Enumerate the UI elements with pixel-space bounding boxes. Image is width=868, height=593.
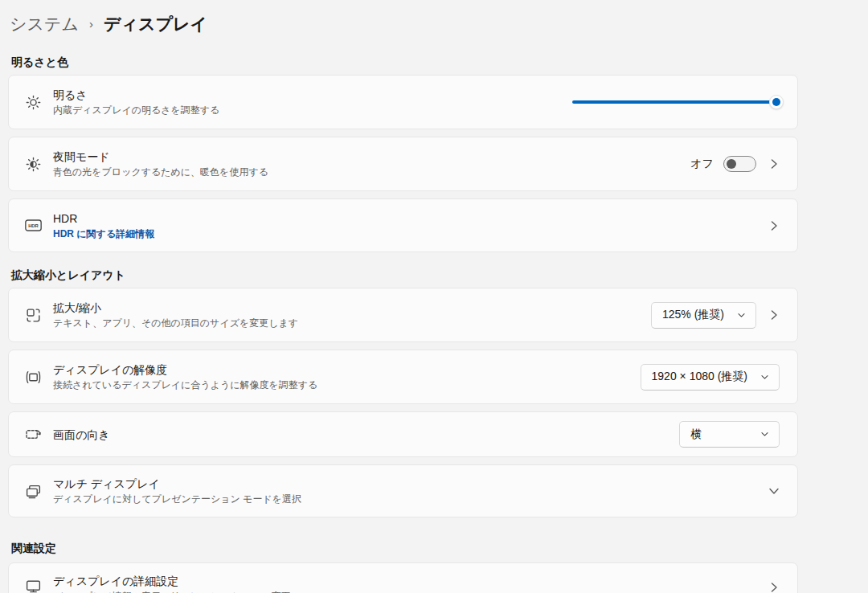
orientation-title: 画面の向き — [53, 427, 679, 442]
night-light-subtitle: 青色の光をブロックするために、暖色を使用する — [53, 166, 690, 178]
scale-dropdown-value: 125% (推奨) — [662, 308, 724, 322]
row-right — [768, 220, 780, 231]
row-advanced-display[interactable]: ディスプレイの詳細設定 ディスプレイ情報の表示、リフレッシュ レートの変更 — [8, 562, 798, 593]
hdr-badge-icon: HDR — [25, 217, 42, 234]
multi-display-icon — [25, 483, 42, 500]
row-multiple-displays[interactable]: マルチ ディスプレイ ディスプレイに対してプレゼンテーション モードを選択 — [8, 464, 798, 517]
row-text: 拡大/縮小 テキスト、アプリ、その他の項目のサイズを変更します — [53, 301, 651, 329]
chevron-down-icon — [760, 430, 769, 439]
hdr-learn-more-link[interactable]: HDR に関する詳細情報 — [53, 228, 768, 240]
chevron-down-expander-icon[interactable] — [768, 485, 780, 497]
night-light-toggle-state-label: オフ — [690, 157, 714, 171]
chevron-down-icon — [760, 373, 769, 382]
night-light-icon — [25, 156, 42, 173]
row-right — [768, 582, 780, 593]
brightness-title: 明るさ — [53, 88, 572, 102]
row-right — [572, 94, 780, 110]
chevron-right-icon — [768, 582, 780, 593]
slider-track — [572, 100, 780, 104]
breadcrumb: システム › ディスプレイ — [10, 11, 798, 37]
resolution-subtitle: 接続されているディスプレイに合うように解像度を調整する — [53, 379, 641, 391]
orientation-dropdown-value: 横 — [690, 427, 702, 442]
row-right: 横 — [679, 421, 780, 448]
row-orientation: 画面の向き 横 — [8, 411, 798, 457]
row-hdr[interactable]: HDR HDR HDR に関する詳細情報 — [8, 198, 798, 252]
section-header-related-settings: 関連設定 — [11, 542, 798, 554]
orientation-icon — [25, 426, 42, 443]
row-scale[interactable]: 拡大/縮小 テキスト、アプリ、その他の項目のサイズを変更します 125% (推奨… — [8, 288, 798, 342]
row-right: 1920 × 1080 (推奨) — [641, 364, 780, 391]
chevron-right-icon — [768, 220, 780, 231]
section-header-brightness-color: 明るさと色 — [11, 56, 798, 68]
row-text: 画面の向き — [53, 427, 679, 442]
scale-subtitle: テキスト、アプリ、その他の項目のサイズを変更します — [53, 317, 651, 329]
chevron-right-icon — [768, 158, 780, 170]
page-title: ディスプレイ — [104, 13, 207, 35]
section-header-scale-layout: 拡大縮小とレイアウト — [11, 269, 798, 281]
toggle-knob — [727, 159, 736, 169]
row-text: 夜間モード 青色の光をブロックするために、暖色を使用する — [53, 149, 690, 178]
settings-display-page: システム › ディスプレイ 明るさと色 明るさ 内蔵ディスプレイの明るさを調整す… — [0, 0, 798, 593]
svg-text:HDR: HDR — [28, 223, 39, 228]
row-right: 125% (推奨) — [651, 302, 780, 329]
resolution-dropdown[interactable]: 1920 × 1080 (推奨) — [641, 364, 780, 391]
row-text: 明るさ 内蔵ディスプレイの明るさを調整する — [53, 88, 572, 117]
scale-dropdown[interactable]: 125% (推奨) — [651, 302, 756, 329]
chevron-down-icon — [737, 311, 746, 320]
resolution-dropdown-value: 1920 × 1080 (推奨) — [652, 370, 747, 384]
multiple-displays-subtitle: ディスプレイに対してプレゼンテーション モードを選択 — [53, 493, 768, 505]
breadcrumb-system-link[interactable]: システム — [10, 13, 79, 35]
breadcrumb-separator-icon: › — [89, 17, 93, 31]
slider-knob[interactable] — [769, 95, 784, 109]
row-night-light[interactable]: 夜間モード 青色の光をブロックするために、暖色を使用する オフ — [8, 137, 798, 191]
row-text: ディスプレイの解像度 接続されているディスプレイに合うように解像度を調整する — [53, 362, 641, 391]
row-text: マルチ ディスプレイ ディスプレイに対してプレゼンテーション モードを選択 — [53, 476, 768, 505]
advanced-display-title: ディスプレイの詳細設定 — [53, 574, 768, 588]
row-resolution: ディスプレイの解像度 接続されているディスプレイに合うように解像度を調整する 1… — [8, 350, 798, 404]
scale-title: 拡大/縮小 — [53, 301, 651, 315]
row-text: HDR HDR に関する詳細情報 — [53, 211, 768, 240]
resolution-title: ディスプレイの解像度 — [53, 362, 641, 377]
scale-icon — [25, 307, 42, 324]
chevron-right-icon — [768, 309, 780, 321]
brightness-subtitle: 内蔵ディスプレイの明るさを調整する — [53, 104, 572, 117]
resolution-icon — [25, 369, 42, 386]
night-light-toggle[interactable] — [723, 156, 756, 172]
brightness-sun-icon — [25, 94, 42, 111]
brightness-slider[interactable] — [572, 94, 780, 110]
row-right — [768, 485, 780, 497]
row-brightness: 明るさ 内蔵ディスプレイの明るさを調整する — [8, 75, 798, 129]
monitor-icon — [25, 578, 42, 593]
orientation-dropdown[interactable]: 横 — [679, 421, 780, 448]
night-light-title: 夜間モード — [53, 149, 690, 164]
row-text: ディスプレイの詳細設定 ディスプレイ情報の表示、リフレッシュ レートの変更 — [53, 574, 768, 593]
row-right: オフ — [690, 156, 780, 172]
multiple-displays-title: マルチ ディスプレイ — [53, 476, 768, 491]
hdr-title: HDR — [53, 211, 768, 226]
